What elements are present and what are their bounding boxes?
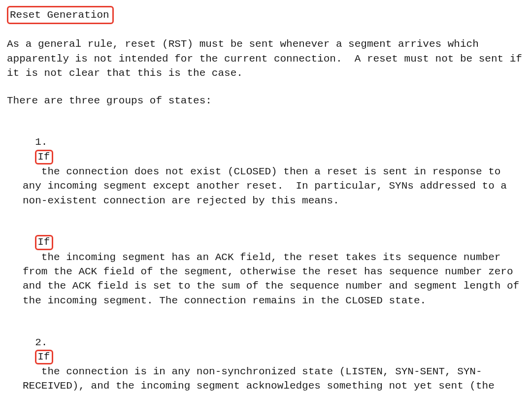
list-item-1-extra: If the incoming segment has an ACK field… [7,221,525,308]
item-number: 2. [35,337,54,348]
section-title: Reset Generation [7,6,525,24]
title-highlight: Reset Generation [7,6,114,24]
item-extra-body: the incoming segment has an ACK field, t… [23,252,526,306]
list-item-1: 1. If the connection does not exist (CLO… [7,121,525,208]
item-body: the connection is in any non-synchronize… [23,366,513,394]
if-highlight: If [35,350,53,364]
intro-paragraph: As a general rule, reset (RST) must be s… [7,37,525,80]
if-highlight: If [35,235,53,250]
list-item-2: 2. If the connection is in any non-synch… [7,321,525,394]
item-number: 1. [35,136,54,148]
item-body: the connection does not exist (CLOSED) t… [23,166,513,206]
if-highlight: If [35,150,53,164]
lead-sentence: There are three groups of states: [7,94,525,108]
